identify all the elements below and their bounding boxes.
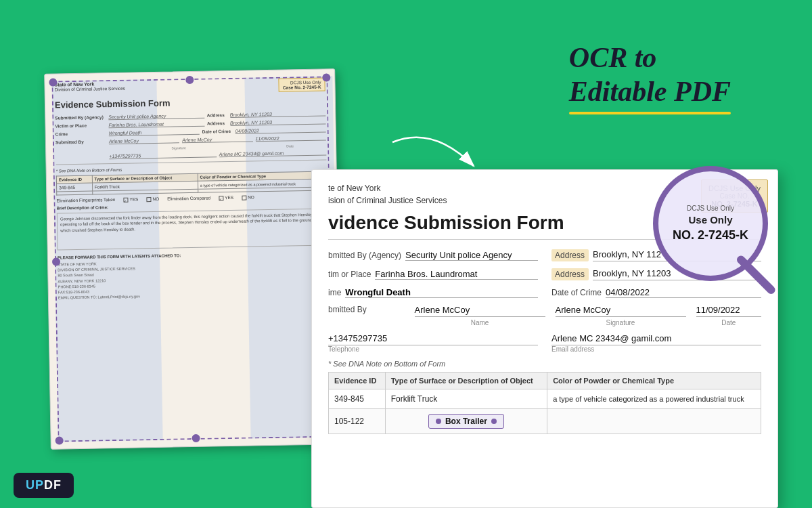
edit-address-label: Address: [551, 249, 589, 261]
ev-desc-1: Forklift Truck: [385, 389, 547, 409]
hero-title: OCR to Editable PDF: [569, 41, 731, 114]
handle-bc[interactable]: [192, 434, 200, 442]
edit-submitted-val: Security Unit police Agency: [405, 250, 538, 261]
magnifying-glass: DCJS Use Only Use Only NO. 2-7245-K: [653, 166, 802, 315]
contact-row: +13475297735 Telephone Arlene MC 23434@ …: [328, 333, 761, 353]
handle-ml[interactable]: [52, 257, 60, 266]
updf-df: DF: [44, 478, 62, 492]
mag-dcjs-label: DCJS Use Only: [673, 205, 748, 212]
edit-address2-label: Address: [551, 268, 589, 280]
handle-tl[interactable]: [49, 78, 57, 86]
handle-bl[interactable]: [55, 436, 64, 444]
ev-id-2: 105-122: [329, 409, 386, 434]
scan-document: State of New York Division of Criminal J…: [44, 68, 342, 449]
edit-crime-val: Wrongful Death: [345, 287, 538, 298]
edit-crime-label: ime: [328, 288, 341, 297]
table-row: 105-122 Box Trailer: [329, 409, 761, 434]
hero-line2: Editable PDF: [569, 76, 731, 107]
bt-handle-left: [436, 419, 441, 424]
sig-label: Signature: [556, 319, 686, 326]
email-label: Email address: [551, 345, 761, 353]
box-trailer-text: Box Trailer: [445, 417, 487, 426]
submitted-name-val: Arlene McCoy: [415, 305, 545, 317]
box-trailer-highlight: Box Trailer: [428, 414, 504, 429]
phone-val: +13475297735: [328, 333, 538, 345]
table-header-id: Evidence ID: [329, 373, 386, 389]
magnifier-handle: [736, 254, 777, 296]
handle-tc[interactable]: [185, 76, 194, 84]
name-label: Name: [415, 319, 545, 326]
ev-color-2: [547, 409, 761, 434]
edit-victim-label: tim or Place: [328, 270, 371, 279]
evidence-table: Evidence ID Type of Surface or Descripti…: [328, 372, 761, 434]
arrow-decoration: [379, 132, 487, 189]
updf-logo: UPDF: [14, 473, 74, 498]
phone-label: Telephone: [328, 345, 538, 353]
mag-use-only: Use Only: [673, 213, 748, 227]
table-header-color: Color of Powder or Chemical Type: [547, 373, 761, 389]
ev-color-1: a type of vehicle categorized as a power…: [547, 389, 761, 409]
bt-handle-right: [491, 419, 497, 424]
date-sub-label: Date: [696, 319, 761, 326]
edit-submitted-label: bmitted By (Agency): [328, 251, 401, 260]
updf-up: UP: [26, 478, 44, 492]
edit-title-text: vidence Submission Form: [328, 212, 564, 233]
selection-border: [51, 76, 334, 442]
table-header-type: Type of Surface or Description of Object: [385, 373, 547, 389]
table-row: 349-845 Forklift Truck a type of vehicle…: [329, 389, 761, 409]
dna-note: * See DNA Note on Bottom of Form: [328, 360, 761, 368]
edit-date-label: Date of Crime: [551, 288, 602, 297]
mag-case-no: NO. 2-7245-K: [673, 228, 748, 242]
edit-submittedby-label: bmitted By: [328, 305, 367, 314]
edit-victim-val: Farinha Bros. Laundromat: [375, 269, 538, 280]
hero-line1: OCR to: [569, 42, 657, 73]
email-val: Arlene MC 23434@ gamil.com: [551, 333, 761, 345]
ev-id-1: 349-845: [329, 389, 386, 409]
magnifier-content: DCJS Use Only Use Only NO. 2-7245-K: [666, 198, 755, 250]
ev-desc-2: Box Trailer: [385, 409, 547, 434]
title-underline: [569, 112, 731, 114]
